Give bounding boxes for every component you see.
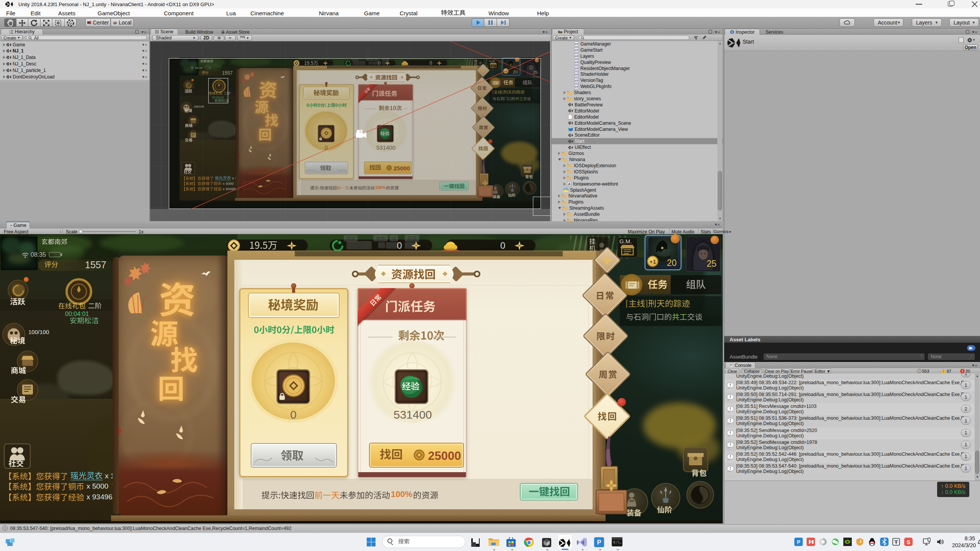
svg-text:!: ! [730,443,731,447]
svg-text:!: ! [730,466,731,471]
svg-text:!: ! [730,395,731,399]
svg-text:C:\_: C:\_ [613,541,622,544]
svg-text:!: ! [730,455,731,459]
svg-text:!: ! [730,383,731,387]
svg-text:!: ! [730,419,731,423]
svg-text:P: P [797,539,800,545]
svg-text:!: ! [730,407,731,411]
svg-text:S: S [906,539,910,545]
svg-text:!: ! [730,431,731,435]
svg-text:P: P [597,539,601,546]
